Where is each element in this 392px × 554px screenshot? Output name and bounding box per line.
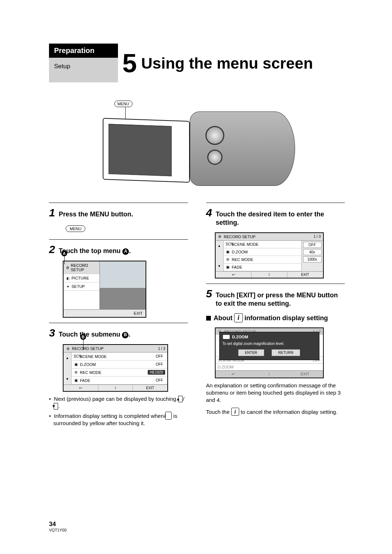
note-item: Information display setting is completed…: [49, 412, 188, 427]
up-arrow-icon: ▲: [178, 396, 183, 402]
page-down-icon: ▼: [64, 374, 71, 384]
step-text: Touch [EXIT] or press the MENU button to…: [216, 291, 345, 308]
info-icon: i: [252, 272, 287, 278]
info-icon: i: [234, 313, 242, 322]
section-tab: Preparation: [49, 44, 118, 58]
submenu-screenshot: ⚙RECORD SETUP1 / 3 ▲ ▼ SCNSCENE MODEOFF …: [63, 344, 168, 392]
step-text: Touch the desired item to enter the sett…: [216, 210, 345, 227]
exit-label: EXIT: [133, 385, 167, 391]
step-number: 5: [206, 288, 212, 300]
page-up-icon: ▲: [64, 353, 71, 363]
info-icon: i: [231, 408, 239, 416]
down-arrow-icon: ▼: [54, 403, 58, 410]
submenu-row: ▣FADEOFF: [72, 376, 167, 384]
step-text: Press the MENU button.: [59, 210, 133, 219]
step-number: 4: [206, 207, 212, 219]
submenu-row: ▣D.ZOOM: [224, 248, 301, 256]
info-paragraph: An explanation or setting confirmation m…: [206, 382, 345, 404]
camera-illustration: MENU: [99, 101, 295, 190]
step-5: 5 Touch [EXIT] or press the MENU button …: [206, 288, 345, 308]
step3-notes: Next (previous) page can be displayed by…: [49, 395, 188, 427]
page-up-icon: ▲: [216, 241, 223, 251]
info-icon: i: [222, 334, 230, 339]
left-column: 1 Press the MENU button. MENU 2 Touch th…: [49, 197, 188, 428]
step-number: 2: [49, 243, 55, 256]
top-menu-screenshot: ⚙RECORD SETUP ◐PICTURE ✦SETUP EXIT: [63, 261, 146, 318]
info-icon: i: [165, 412, 172, 420]
enter-button: ENTER: [238, 349, 264, 356]
note-item: Next (previous) page can be displayed by…: [49, 395, 188, 410]
page-down-icon: ▼: [216, 261, 223, 271]
return-icon: ↩: [64, 385, 98, 391]
label-b-icon: B: [80, 334, 86, 340]
page-footer: 34 VQT1Y00: [49, 521, 66, 532]
menu-button-label: MENU: [66, 225, 85, 232]
preview-thumb: [100, 261, 146, 309]
exit-label: EXIT: [64, 309, 146, 317]
option-value: 40x: [303, 249, 322, 255]
setting-select-screenshot: ⚙RECORD SETUP1 / 3 ▲ ▼ SCNSCENE MODE ▣D.…: [215, 232, 324, 278]
return-button: RETURN: [271, 349, 301, 356]
step-number: 1: [49, 207, 55, 219]
step-3: 3 Touch the submenu B.: [49, 327, 188, 339]
submenu-row: ▣D.ZOOMOFF: [72, 360, 167, 368]
step-text: Touch the top menu A.: [59, 247, 131, 255]
return-icon: ↩: [216, 272, 252, 278]
page-number: 34: [49, 521, 66, 528]
right-column: 4 Touch the desired item to enter the se…: [206, 197, 345, 428]
step-2: 2 Touch the top menu A.: [49, 243, 188, 256]
exit-label: EXIT: [287, 272, 323, 278]
menu-item: ✦SETUP: [64, 282, 99, 291]
step-text: Touch the submenu B.: [59, 330, 131, 339]
page-title: Using the menu screen: [141, 54, 313, 72]
label-a-icon: A: [61, 250, 67, 256]
info-icon: i: [98, 385, 133, 391]
document-code: VQT1Y00: [49, 528, 66, 532]
menu-item: ⚙RECORD SETUP: [64, 261, 99, 274]
subsection-box: Setup: [49, 58, 118, 82]
square-bullet-icon: [206, 316, 211, 321]
submenu-row: ⚙REC MODE: [224, 256, 301, 264]
chapter-number: 5: [122, 50, 137, 76]
page-header: Preparation Setup 5 Using the menu scree…: [49, 44, 345, 82]
step-4: 4 Touch the desired item to enter the se…: [206, 207, 345, 227]
submenu-row: ⚙REC MODEHE1920: [72, 368, 167, 376]
menu-item: ◐PICTURE: [64, 274, 99, 282]
info-paragraph: Touch the i to cancel the information di…: [206, 408, 345, 416]
submenu-row: ▣FADE: [224, 264, 301, 271]
label-b-icon: B: [122, 332, 128, 338]
step-1: 1 Press the MENU button.: [49, 207, 188, 219]
option-value: 1000x: [303, 256, 322, 262]
about-info-heading: About i information display setting: [206, 313, 345, 322]
submenu-row: SCNSCENE MODE: [224, 241, 301, 248]
option-value: OFF: [303, 242, 322, 248]
menu-button-callout: MENU: [114, 101, 132, 107]
step-number: 3: [49, 327, 55, 339]
submenu-row: SCNSCENE MODEOFF: [72, 353, 167, 360]
info-overlay-screenshot: ⚙RECORD SETUP1 / 3 SCENE MODEOFF D.ZOOM …: [215, 327, 324, 378]
label-a-icon: A: [122, 248, 129, 255]
